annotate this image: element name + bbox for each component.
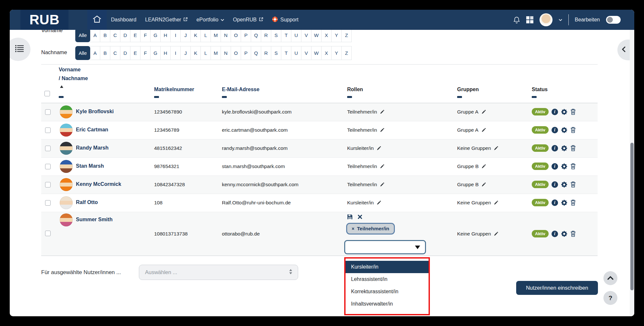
role-tag-teilnehmer[interactable]: × Teilnehmer/in [346, 223, 395, 235]
edit-pencil-icon[interactable] [493, 232, 498, 236]
enroll-users-button[interactable]: Nutzer/innen einschreiben [516, 281, 598, 295]
info-icon[interactable] [552, 163, 558, 170]
letter-filter-nachname-s[interactable]: S [271, 46, 281, 60]
trash-icon[interactable] [570, 109, 576, 115]
row-checkbox[interactable] [45, 182, 51, 187]
row-checkbox[interactable] [45, 127, 51, 133]
role-option-korrekturassistent-in[interactable]: Korrekturassistent/in [346, 285, 429, 298]
trash-icon[interactable] [570, 145, 576, 151]
bell-icon[interactable] [513, 16, 520, 24]
nav-item-dashboard[interactable]: Dashboard [111, 17, 136, 23]
letter-filter-vorname-l[interactable]: L [200, 28, 211, 42]
info-icon[interactable] [552, 181, 558, 188]
collapse-column-icon[interactable] [532, 96, 537, 98]
app-grid-icon[interactable] [526, 16, 533, 23]
gear-icon[interactable] [561, 109, 567, 115]
user-name-link[interactable]: Ralf Otto [76, 199, 98, 205]
user-name-link[interactable]: Eric Cartman [76, 127, 108, 133]
user-name-link[interactable]: Kyle Broflovski [76, 109, 114, 115]
role-select[interactable] [344, 240, 426, 254]
letter-filter-vorname-o[interactable]: O [231, 28, 241, 42]
scrollbar-thumb[interactable] [630, 143, 634, 290]
edit-pencil-icon[interactable] [380, 110, 384, 115]
gear-icon[interactable] [561, 127, 567, 133]
header-email[interactable]: E-Mail-Adresse [222, 87, 260, 92]
letter-filter-vorname-y[interactable]: Y [331, 28, 342, 42]
letter-filter-nachname-i[interactable]: I [170, 46, 181, 60]
edit-pencil-icon[interactable] [493, 146, 498, 151]
letter-filter-nachname-r[interactable]: R [261, 46, 271, 60]
nachname-filter-alle[interactable]: Alle [75, 46, 90, 60]
letter-filter-nachname-t[interactable]: T [281, 46, 291, 60]
scroll-to-top-button[interactable] [603, 271, 617, 285]
home-button[interactable] [87, 10, 107, 30]
row-checkbox[interactable] [45, 109, 51, 115]
letter-filter-vorname-e[interactable]: E [130, 28, 140, 42]
user-name-link[interactable]: Summer Smith [76, 217, 113, 223]
info-icon[interactable] [552, 109, 558, 115]
save-icon[interactable] [347, 214, 353, 220]
letter-filter-nachname-n[interactable]: N [221, 46, 231, 60]
edit-pencil-icon[interactable] [380, 182, 384, 187]
letter-filter-nachname-e[interactable]: E [130, 46, 140, 60]
edit-pencil-icon[interactable] [481, 128, 486, 133]
letter-filter-vorname-x[interactable]: X [321, 28, 332, 42]
bulk-action-select[interactable]: Auswählen ... [139, 265, 298, 280]
letter-filter-nachname-u[interactable]: U [291, 46, 301, 60]
letter-filter-nachname-g[interactable]: G [150, 46, 161, 60]
gear-icon[interactable] [561, 199, 567, 206]
letter-filter-vorname-g[interactable]: G [150, 28, 161, 42]
trash-icon[interactable] [570, 231, 576, 237]
header-matrikelnummer[interactable]: Matrikelnummer [154, 87, 194, 92]
nav-item-support[interactable]: Support [272, 16, 298, 24]
collapse-column-icon[interactable] [222, 96, 227, 98]
letter-filter-vorname-k[interactable]: K [190, 28, 201, 42]
chevron-down-icon[interactable] [559, 17, 562, 23]
letter-filter-vorname-h[interactable]: H [160, 28, 171, 42]
letter-filter-vorname-c[interactable]: C [110, 28, 120, 42]
edit-pencil-icon[interactable] [380, 164, 384, 169]
edit-pencil-icon[interactable] [481, 110, 486, 115]
letter-filter-nachname-w[interactable]: W [311, 46, 322, 60]
user-name-link[interactable]: Stan Marsh [76, 163, 104, 169]
letter-filter-vorname-p[interactable]: P [241, 28, 251, 42]
block-drawer-toggle[interactable] [617, 40, 630, 60]
letter-filter-nachname-z[interactable]: Z [341, 46, 352, 60]
letter-filter-nachname-v[interactable]: V [301, 46, 311, 60]
gear-icon[interactable] [561, 231, 567, 237]
letter-filter-vorname-b[interactable]: B [100, 28, 110, 42]
remove-tag-icon[interactable]: × [352, 226, 354, 231]
gear-icon[interactable] [561, 181, 567, 188]
letter-filter-nachname-l[interactable]: L [200, 46, 211, 60]
letter-filter-nachname-b[interactable]: B [100, 46, 110, 60]
letter-filter-vorname-q[interactable]: Q [251, 28, 261, 42]
trash-icon[interactable] [570, 181, 576, 187]
vorname-filter-alle[interactable]: Alle [75, 28, 90, 42]
letter-filter-nachname-k[interactable]: K [190, 46, 201, 60]
edit-pencil-icon[interactable] [481, 164, 486, 169]
info-icon[interactable] [552, 145, 558, 151]
letter-filter-vorname-n[interactable]: N [221, 28, 231, 42]
letter-filter-vorname-f[interactable]: F [140, 28, 151, 42]
letter-filter-nachname-a[interactable]: A [90, 46, 100, 60]
letter-filter-vorname-a[interactable]: A [90, 28, 100, 42]
user-name-link[interactable]: Kenny McCormick [76, 181, 121, 187]
rub-logo[interactable]: RUB [20, 10, 68, 30]
letter-filter-nachname-x[interactable]: X [321, 46, 332, 60]
letter-filter-nachname-o[interactable]: O [231, 46, 241, 60]
row-checkbox[interactable] [45, 231, 51, 236]
letter-filter-vorname-i[interactable]: I [170, 28, 181, 42]
edit-pencil-icon[interactable] [380, 128, 384, 133]
cancel-icon[interactable] [358, 215, 362, 219]
trash-icon[interactable] [570, 199, 576, 206]
letter-filter-nachname-p[interactable]: P [241, 46, 251, 60]
help-button[interactable]: ? [603, 291, 617, 305]
letter-filter-vorname-z[interactable]: Z [341, 28, 352, 42]
letter-filter-vorname-t[interactable]: T [281, 28, 291, 42]
letter-filter-vorname-j[interactable]: J [180, 28, 191, 42]
letter-filter-nachname-j[interactable]: J [180, 46, 191, 60]
nav-item-learn2gether[interactable]: LEARN2Gether [145, 17, 188, 23]
letter-filter-vorname-m[interactable]: M [211, 28, 221, 42]
info-icon[interactable] [552, 127, 558, 133]
info-icon[interactable] [552, 231, 558, 237]
